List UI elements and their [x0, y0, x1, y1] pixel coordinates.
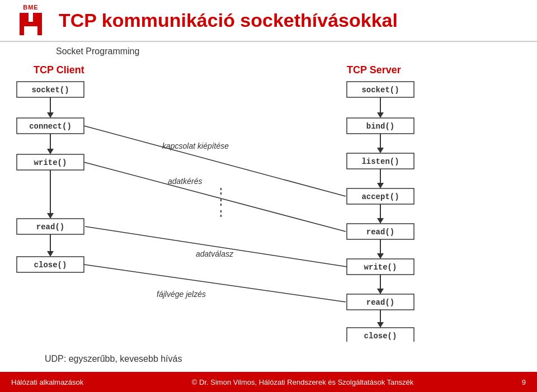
- server-arrow-3-head: [377, 183, 384, 188]
- server-read2-text: read(): [366, 298, 394, 307]
- server-arrow-5-head: [377, 253, 384, 259]
- eof-arrow: [84, 265, 346, 302]
- svg-rect-2: [20, 22, 42, 26]
- client-write-text: write(): [34, 158, 67, 167]
- footer-center: © Dr. Simon Vilmos, Hálózati Rendszerek …: [192, 378, 413, 386]
- server-arrow-6-head: [377, 289, 384, 294]
- subtitle: Socket Programming: [0, 42, 537, 56]
- svg-rect-3: [24, 13, 29, 22]
- server-read1-text: read(): [366, 228, 394, 237]
- client-read-text: read(): [36, 223, 64, 232]
- page-title: TCP kommunikáció sockethívásokkal: [59, 10, 398, 31]
- server-listen-text: listen(): [361, 157, 399, 166]
- connection-label: kapcsolat kiépítése: [162, 141, 229, 150]
- udp-note: UDP: egyszerűbb, kevesebb hívás: [45, 354, 182, 364]
- server-bind-text: bind(): [366, 122, 394, 131]
- svg-rect-4: [33, 13, 37, 22]
- bme-label: BME: [23, 4, 38, 11]
- server-close-text: close(): [364, 332, 397, 341]
- client-arrow-2-head: [47, 149, 54, 154]
- data-response-arrow: [85, 226, 347, 267]
- server-write-text: write(): [364, 263, 397, 272]
- server-label: TCP Server: [347, 64, 401, 75]
- data-request-label: adatkérés: [168, 177, 202, 186]
- client-socket-text: socket(): [31, 86, 69, 95]
- header: BME TCP kommunikáció sockethívásokkal: [0, 0, 537, 42]
- diagram-svg: TCP Client TCP Server socket() connect()…: [0, 56, 459, 342]
- client-arrow-3-head: [47, 213, 54, 219]
- data-request-arrow: [84, 162, 346, 232]
- server-accept-text: accept(): [361, 192, 399, 201]
- client-label: TCP Client: [34, 64, 84, 75]
- client-close-text: close(): [34, 261, 67, 270]
- client-connect-text: connect(): [29, 122, 72, 131]
- connection-arrow: [84, 126, 346, 196]
- server-arrow-7-head: [377, 322, 384, 328]
- logo-area: BME: [11, 4, 50, 37]
- eof-label: fájlvége jelzés: [157, 290, 206, 299]
- bme-logo-icon: [17, 11, 44, 37]
- data-response-label: adatválasz: [196, 249, 234, 258]
- server-arrow-1-head: [377, 112, 384, 118]
- client-arrow-1-head: [47, 112, 54, 118]
- server-socket-text: socket(): [361, 86, 399, 95]
- footer-left: Hálózati alkalmazások: [11, 378, 83, 386]
- client-arrow-4-head: [47, 251, 54, 257]
- footer: Hálózati alkalmazások © Dr. Simon Vilmos…: [0, 372, 537, 392]
- server-arrow-4-head: [377, 218, 384, 224]
- diagram-area: TCP Client TCP Server socket() connect()…: [0, 56, 537, 353]
- server-arrow-2-head: [377, 148, 384, 153]
- footer-right: 9: [522, 378, 526, 386]
